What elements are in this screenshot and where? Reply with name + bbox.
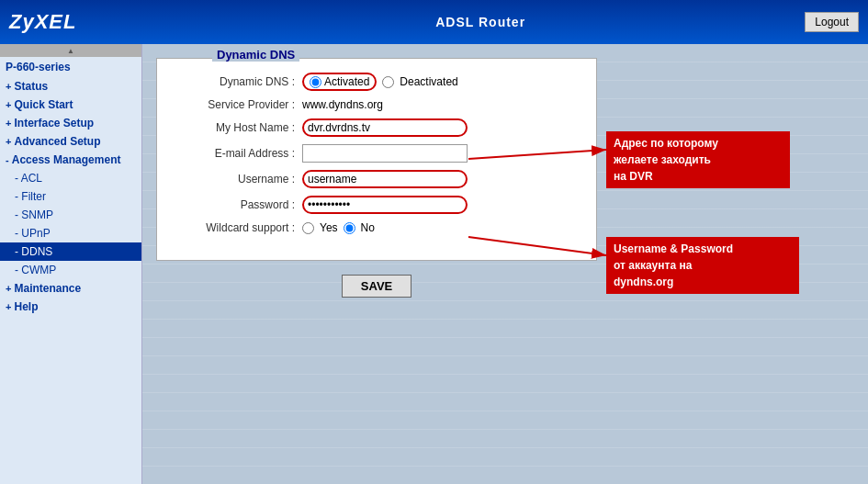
form-panel: Dynamic DNS Dynamic DNS : Activated Deac…	[156, 58, 597, 261]
password-annotation: Username & Passwordот аккаунта наdyndns.…	[606, 237, 799, 294]
sidebar-item-cwmp[interactable]: - CWMP	[0, 261, 141, 279]
sidebar-item-maintenance[interactable]: Maintenance	[0, 279, 141, 298]
header-title: ADSL Router	[156, 15, 805, 29]
wildcard-yes-radio[interactable]	[302, 222, 314, 234]
service-provider-value: www.dyndns.org	[302, 98, 383, 111]
sidebar-item-interface[interactable]: Interface Setup	[0, 114, 141, 132]
header: ZyXEL ADSL Router Logout	[0, 0, 868, 44]
host-name-input[interactable]	[302, 118, 468, 137]
email-input[interactable]	[302, 144, 468, 163]
email-row: E-mail Address :	[175, 144, 578, 163]
sidebar-item-help[interactable]: Help	[0, 298, 141, 316]
password-row: Password :	[175, 196, 578, 214]
dynamic-dns-radios: Activated Deactivated	[302, 73, 458, 91]
logo-area: ZyXEL	[9, 10, 156, 34]
sidebar-item-upnp[interactable]: - UPnP	[0, 224, 141, 242]
sidebar-item-filter[interactable]: - Filter	[0, 187, 141, 206]
sidebar-scroll-up[interactable]	[0, 44, 141, 57]
host-name-label: My Host Name :	[175, 121, 295, 134]
wildcard-no-label: No	[361, 221, 375, 234]
deactivated-label: Deactivated	[400, 75, 457, 88]
sidebar-item-advanced[interactable]: Advanced Setup	[0, 132, 141, 151]
sidebar-item-quickstart[interactable]: Quick Start	[0, 96, 141, 114]
wildcard-row: Wildcard support : Yes No	[175, 221, 578, 234]
service-provider-label: Service Provider :	[175, 98, 295, 111]
password-input[interactable]	[302, 196, 468, 214]
sidebar: P-660-series Status Quick Start Interfac…	[0, 44, 142, 484]
content-area: Dynamic DNS Dynamic DNS : Activated Deac…	[142, 44, 868, 484]
password-label: Password :	[175, 198, 295, 211]
logout-button[interactable]: Logout	[805, 12, 859, 32]
sidebar-item-access[interactable]: Access Management	[0, 151, 141, 169]
wildcard-label: Wildcard support :	[175, 221, 295, 234]
host-name-row: My Host Name :	[175, 118, 578, 137]
dynamic-dns-row: Dynamic DNS : Activated Deactivated	[175, 73, 578, 91]
wildcard-radios: Yes No	[302, 221, 375, 234]
activated-radio[interactable]	[310, 76, 321, 88]
wildcard-no-radio[interactable]	[344, 222, 355, 234]
sidebar-item-status[interactable]: Status	[0, 77, 141, 96]
sidebar-item-p660: P-660-series	[0, 57, 141, 77]
email-label: E-mail Address :	[175, 147, 295, 160]
service-provider-row: Service Provider : www.dyndns.org	[175, 98, 578, 111]
wildcard-yes-label: Yes	[320, 221, 338, 234]
save-button[interactable]: SAVE	[342, 275, 411, 298]
host-annotation: Адрес по которомужелаете заходитьна DVR	[606, 131, 790, 188]
form-wrapper: Dynamic DNS Dynamic DNS : Activated Deac…	[156, 58, 597, 261]
deactivated-radio[interactable]	[382, 76, 394, 88]
dynamic-dns-label: Dynamic DNS :	[175, 75, 295, 88]
content-inner: Dynamic DNS Dynamic DNS : Activated Deac…	[156, 58, 854, 298]
logo: ZyXEL	[9, 10, 76, 34]
main-layout: P-660-series Status Quick Start Interfac…	[0, 44, 868, 484]
sidebar-item-snmp[interactable]: - SNMP	[0, 206, 141, 224]
form-title: Dynamic DNS	[212, 48, 299, 62]
username-input[interactable]	[302, 170, 468, 188]
sidebar-item-acl[interactable]: - ACL	[0, 169, 141, 187]
activated-radio-wrapper: Activated	[302, 73, 377, 91]
username-row: Username :	[175, 170, 578, 188]
activated-label: Activated	[324, 75, 369, 88]
username-label: Username :	[175, 173, 295, 186]
sidebar-item-ddns[interactable]: - DDNS	[0, 242, 141, 261]
save-row: SAVE	[156, 275, 597, 298]
